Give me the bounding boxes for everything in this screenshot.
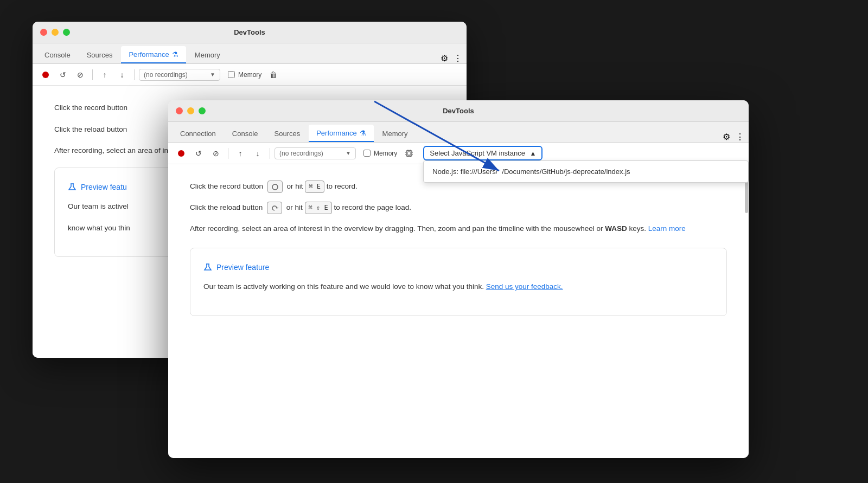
front-download-button[interactable]: ↓ — [250, 146, 265, 161]
back-toolbar: ↺ ⊘ ↑ ↓ (no recordings) ▼ Memory 🗑 — [33, 64, 467, 86]
vm-dropdown-menu: Node.js: file:///Users/ /Documents/GitHu… — [423, 160, 749, 183]
back-more-icon[interactable]: ⋮ — [454, 53, 462, 63]
front-tab-connection[interactable]: Connection — [173, 125, 224, 142]
back-tab-console[interactable]: Console — [37, 46, 78, 63]
front-more-icon[interactable]: ⋮ — [736, 132, 744, 142]
back-delete-button[interactable]: 🗑 — [266, 67, 281, 82]
back-record-button[interactable] — [38, 67, 53, 82]
front-kbd-reload — [267, 202, 282, 214]
front-memory-checkbox[interactable] — [363, 150, 371, 157]
front-window: DevTools Connection Console Sources Perf… — [168, 100, 749, 458]
back-tabs-bar: Console Sources Performance ⚗ Memory ⚙ ⋮ — [33, 43, 467, 64]
back-window-controls — [40, 29, 70, 36]
vm-dropdown-arrow-icon: ▲ — [529, 150, 536, 157]
vm-dropdown-button[interactable]: Select JavaScript VM instance ▲ — [423, 146, 542, 160]
front-content: Click the record button or hit ⌘ E to re… — [168, 164, 749, 458]
back-download-button[interactable]: ↓ — [114, 67, 130, 82]
front-tab-console[interactable]: Console — [225, 125, 266, 142]
svg-point-4 — [178, 150, 184, 157]
front-tab-sources[interactable]: Sources — [266, 125, 308, 142]
vm-option-nodejs[interactable]: Node.js: file:///Users/ /Documents/GitHu… — [424, 163, 748, 180]
front-preview-title: Preview feature — [203, 261, 713, 273]
front-performance-flask-icon: ⚗ — [360, 129, 366, 137]
front-scrollbar[interactable] — [744, 164, 749, 458]
front-kbd-record — [267, 181, 283, 193]
front-tab-performance[interactable]: Performance ⚗ — [309, 125, 373, 142]
back-window-title: DevTools — [234, 28, 265, 36]
front-close-button[interactable] — [176, 107, 183, 114]
back-separator-2 — [134, 69, 135, 80]
back-upload-button[interactable]: ↑ — [97, 67, 112, 82]
back-performance-flask-icon: ⚗ — [172, 50, 178, 59]
front-wasd-text: WASD — [605, 224, 627, 233]
front-record-button[interactable] — [174, 146, 189, 161]
front-recordings-dropdown[interactable]: (no recordings) ▼ — [275, 147, 356, 159]
back-max-button[interactable] — [63, 29, 70, 36]
front-flask-icon — [203, 263, 212, 272]
front-max-button[interactable] — [199, 107, 206, 114]
back-min-button[interactable] — [52, 29, 59, 36]
svg-point-15 — [272, 184, 278, 190]
front-separator-2 — [270, 148, 270, 159]
svg-rect-6 — [407, 152, 411, 155]
front-preview-body: Our team is actively working on this fea… — [203, 281, 713, 293]
front-upload-button[interactable]: ↑ — [233, 146, 248, 161]
back-tab-settings[interactable]: ⚙ ⋮ — [441, 53, 462, 63]
front-memory-checkbox-wrapper: Memory — [363, 150, 397, 157]
front-preview-box: Preview feature Our team is actively wor… — [190, 248, 727, 316]
front-min-button[interactable] — [187, 107, 194, 114]
front-learn-more-link[interactable]: Learn more — [648, 224, 686, 233]
vm-dropdown-wrapper: Select JavaScript VM instance ▲ Node.js:… — [423, 146, 542, 160]
back-close-button[interactable] — [40, 29, 47, 36]
back-memory-checkbox-wrapper: Memory — [228, 71, 261, 79]
back-tab-performance[interactable]: Performance ⚗ — [121, 46, 186, 63]
front-kbd-shortcut-record: ⌘ E — [305, 181, 324, 193]
back-memory-checkbox[interactable] — [228, 71, 235, 78]
front-window-title: DevTools — [443, 107, 474, 115]
front-gear-icon[interactable]: ⚙ — [723, 132, 730, 142]
front-reload-instruction: Click the reload button or hit ⌘ ⇧ E to … — [190, 202, 727, 214]
front-after-instruction: After recording, select an area of inter… — [190, 223, 727, 235]
front-toolbar: ↺ ⊘ ↑ ↓ (no recordings) ▼ Memory — [168, 143, 749, 164]
front-reload-button[interactable]: ↺ — [191, 146, 206, 161]
front-feedback-link[interactable]: Send us your feedback. — [486, 282, 563, 291]
svg-point-0 — [42, 72, 49, 78]
back-flask-icon — [68, 183, 76, 191]
front-tabs-bar: Connection Console Sources Performance ⚗… — [168, 122, 749, 143]
back-recordings-dropdown[interactable]: (no recordings) ▼ — [139, 69, 220, 81]
front-dropdown-arrow: ▼ — [346, 150, 351, 156]
back-titlebar: DevTools — [33, 22, 467, 43]
front-clear-button[interactable]: ⊘ — [208, 146, 224, 161]
back-separator-1 — [92, 69, 93, 80]
back-tab-sources[interactable]: Sources — [79, 46, 120, 63]
back-dropdown-arrow: ▼ — [210, 72, 215, 78]
front-window-controls — [176, 107, 206, 114]
back-gear-icon[interactable]: ⚙ — [441, 53, 448, 63]
front-chip-button[interactable] — [401, 146, 417, 161]
back-clear-button[interactable]: ⊘ — [73, 67, 88, 82]
back-reload-button[interactable]: ↺ — [55, 67, 71, 82]
front-separator-1 — [228, 148, 228, 159]
back-tab-memory[interactable]: Memory — [187, 46, 228, 63]
front-titlebar: DevTools — [168, 100, 749, 122]
front-tab-settings[interactable]: ⚙ ⋮ — [723, 132, 744, 142]
front-kbd-shortcut-reload: ⌘ ⇧ E — [305, 202, 332, 214]
front-tab-memory[interactable]: Memory — [375, 125, 416, 142]
